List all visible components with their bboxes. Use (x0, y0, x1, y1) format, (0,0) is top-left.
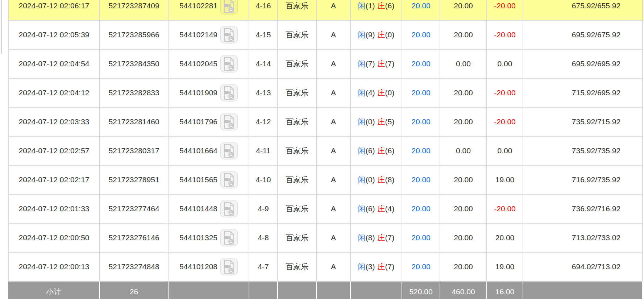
game-number-cell: 544102045 (169, 50, 249, 79)
game-number: 544101325 (179, 233, 217, 242)
table-row[interactable]: 2024-07-12 02:01:33 521723277464 5441014… (8, 195, 644, 224)
table-rows-container: 2024-07-12 02:06:17 521723287409 5441022… (8, 0, 644, 282)
balance-cell: 716.92/735.92 (523, 166, 643, 195)
player-score: (0) (366, 117, 375, 126)
valid-amount-cell: 20.00 (440, 195, 487, 224)
table-row[interactable]: 2024-07-12 02:02:17 521723278951 5441015… (8, 166, 644, 195)
video-replay-button[interactable] (220, 0, 238, 14)
game-number-cell: 544101796 (169, 108, 249, 137)
video-replay-button[interactable] (220, 55, 238, 72)
round-cell: 4-13 (249, 79, 278, 108)
win-loss-cell: 0.00 (487, 137, 523, 166)
banker-label: 庄 (378, 262, 385, 272)
table-row[interactable]: 2024-07-12 02:04:54 521723284350 5441020… (8, 50, 644, 79)
subtotal-winloss-total-cell: 16.00 (487, 282, 523, 299)
banker-label: 庄 (378, 146, 385, 156)
round-cell: 4-11 (249, 137, 278, 166)
round-cell: 4-8 (249, 224, 278, 253)
bet-number-cell: 521723284350 (100, 50, 169, 79)
balance-cell: 736.92/716.92 (523, 195, 643, 224)
game-name-cell: 百家乐 (278, 50, 317, 79)
bet-amount-cell: 20.00 (402, 195, 440, 224)
subtotal-empty-round-cell (249, 282, 278, 299)
video-replay-button[interactable] (220, 26, 238, 43)
game-number: 544101448 (179, 204, 217, 213)
bet-number-cell: 521723276146 (100, 224, 169, 253)
result-cell: 闲(7)庄(7) (351, 50, 402, 79)
table-row[interactable]: 2024-07-12 02:05:39 521723285966 5441021… (8, 21, 644, 50)
subtotal-empty-balance-cell (523, 282, 643, 299)
win-loss-cell: -20.00 (487, 0, 523, 21)
valid-amount-cell: 20.00 (440, 21, 487, 50)
table-id-cell: A (317, 195, 351, 224)
banker-label: 庄 (378, 1, 385, 11)
subtotal-valid-total-cell: 460.00 (440, 282, 487, 299)
game-number-cell: 544101448 (169, 195, 249, 224)
banker-score: (8) (385, 175, 395, 184)
game-name-cell: 百家乐 (278, 0, 317, 21)
player-score: (1) (366, 1, 375, 10)
bet-amount-cell: 20.00 (402, 0, 440, 21)
game-name-cell: 百家乐 (278, 253, 317, 282)
banker-score: (0) (385, 88, 395, 97)
video-replay-icon (223, 144, 235, 158)
player-label: 闲 (358, 59, 366, 69)
banker-label: 庄 (378, 175, 385, 185)
round-cell: 4-12 (249, 108, 278, 137)
time-cell: 2024-07-12 02:06:17 (8, 0, 100, 21)
game-name-cell: 百家乐 (278, 195, 317, 224)
video-replay-icon (223, 173, 235, 187)
balance-cell: 715.92/695.92 (523, 79, 643, 108)
valid-amount-cell: 20.00 (440, 253, 487, 282)
result-cell: 闲(6)庄(6) (351, 137, 402, 166)
banker-score: (7) (385, 262, 395, 271)
bet-amount-cell: 20.00 (402, 137, 440, 166)
table-id-cell: A (317, 137, 351, 166)
time-cell: 2024-07-12 02:04:54 (8, 50, 100, 79)
balance-cell: 695.92/675.92 (523, 21, 643, 50)
video-replay-icon (223, 28, 235, 42)
game-number-cell: 544102281 (169, 0, 249, 21)
table-row[interactable]: 2024-07-12 02:00:50 521723276146 5441013… (8, 224, 644, 253)
video-replay-button[interactable] (220, 200, 238, 217)
round-cell: 4-14 (249, 50, 278, 79)
video-replay-button[interactable] (220, 142, 238, 159)
round-cell: 4-15 (249, 21, 278, 50)
player-label: 闲 (358, 117, 366, 127)
video-replay-button[interactable] (220, 84, 238, 101)
game-number: 544101796 (179, 117, 217, 126)
result-cell: 闲(1)庄(6) (351, 0, 402, 21)
video-replay-button[interactable] (220, 113, 238, 130)
video-replay-icon (223, 57, 235, 71)
bet-number-cell: 521723282833 (100, 79, 169, 108)
time-cell: 2024-07-12 02:00:50 (8, 224, 100, 253)
game-number: 544102149 (179, 30, 217, 39)
video-replay-button[interactable] (220, 171, 238, 188)
table-row[interactable]: 2024-07-12 02:02:57 521723280317 5441016… (8, 137, 644, 166)
win-loss-cell: -20.00 (487, 79, 523, 108)
bet-number-cell: 521723280317 (100, 137, 169, 166)
banker-score: (0) (385, 30, 395, 39)
table-row[interactable]: 2024-07-12 02:00:13 521723274848 5441012… (8, 253, 644, 282)
player-score: (3) (366, 262, 375, 271)
table-row[interactable]: 2024-07-12 02:06:17 521723287409 5441022… (8, 0, 644, 21)
video-replay-button[interactable] (220, 229, 238, 246)
valid-amount-cell: 0.00 (440, 50, 487, 79)
video-replay-button[interactable] (220, 258, 238, 275)
subtotal-bet-total-cell: 520.00 (402, 282, 440, 299)
bet-number-cell: 521723274848 (100, 253, 169, 282)
result-cell: 闲(0)庄(5) (351, 108, 402, 137)
banker-score: (7) (385, 233, 395, 242)
player-score: (8) (366, 233, 375, 242)
player-label: 闲 (358, 175, 366, 185)
subtotal-row: 小计 26 520.00 460.00 16.00 (8, 282, 644, 299)
table-row[interactable]: 2024-07-12 02:03:33 521723281460 5441017… (8, 108, 644, 137)
game-name-cell: 百家乐 (278, 108, 317, 137)
player-label: 闲 (358, 1, 366, 11)
player-label: 闲 (358, 233, 366, 243)
game-name-cell: 百家乐 (278, 137, 317, 166)
table-row[interactable]: 2024-07-12 02:04:12 521723282833 5441019… (8, 79, 644, 108)
banker-label: 庄 (378, 30, 385, 40)
subtotal-empty-table-cell (317, 282, 351, 299)
result-cell: 闲(6)庄(4) (351, 195, 402, 224)
